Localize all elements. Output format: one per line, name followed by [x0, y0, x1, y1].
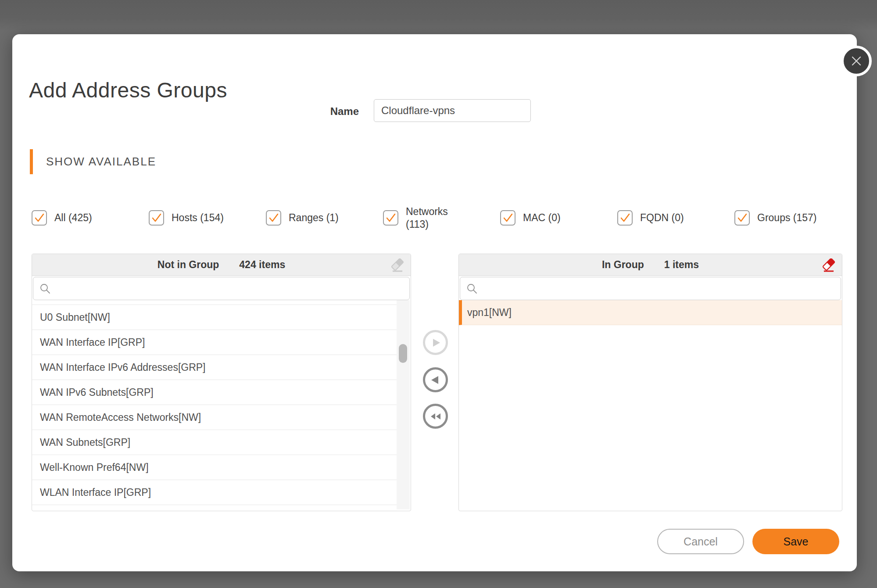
left-list-scrollbar[interactable] [397, 300, 410, 509]
filter-fqdn-checkbox[interactable] [617, 210, 633, 226]
filter-label: All (425) [54, 212, 92, 224]
list-item[interactable]: Well-Known Pref64[NW] [32, 455, 397, 480]
list-item[interactable]: WLAN Interface IP[GRP] [32, 480, 397, 505]
in-group-panel: In Group 1 items [458, 254, 842, 511]
scrollbar-thumb[interactable] [399, 344, 407, 363]
list-item-selected[interactable]: vpn1[NW] [459, 300, 842, 325]
filter-hosts: Hosts (154) [149, 210, 266, 226]
filter-fqdn: FQDN (0) [617, 210, 734, 226]
show-available-label: SHOW AVAILABLE [46, 155, 156, 169]
filter-label: Groups (157) [757, 212, 817, 224]
right-search-box [460, 277, 841, 300]
panel-title: Not in Group [158, 259, 219, 271]
search-icon [39, 283, 51, 294]
move-right-button[interactable] [423, 330, 448, 355]
partial-row [32, 300, 397, 305]
in-group-header: In Group 1 items [459, 254, 842, 276]
filter-all-checkbox[interactable] [32, 210, 47, 226]
double-arrow-left-icon [429, 410, 442, 423]
filter-mac: MAC (0) [500, 210, 617, 226]
filter-label: Hosts (154) [172, 212, 224, 224]
list-item[interactable]: WAN Interface IP[GRP] [32, 330, 397, 355]
panel-title: In Group [602, 259, 644, 271]
search-icon [466, 283, 478, 294]
left-search-input[interactable] [55, 283, 403, 294]
filter-label: Ranges (1) [289, 212, 339, 224]
filter-label: MAC (0) [523, 212, 561, 224]
filter-mac-checkbox[interactable] [500, 210, 515, 226]
panel-count: 424 items [239, 259, 285, 271]
left-search-area [32, 276, 411, 300]
right-search-input[interactable] [482, 283, 834, 294]
filter-groups-checkbox[interactable] [734, 210, 750, 226]
filter-ranges: Ranges (1) [266, 210, 383, 226]
arrow-left-icon [429, 373, 442, 387]
add-address-groups-dialog: Add Address Groups Name SHOW AVAILABLE A… [12, 34, 857, 571]
filter-label: FQDN (0) [640, 212, 684, 224]
list-item[interactable]: U0 Subnet[NW] [32, 305, 397, 330]
close-button[interactable] [841, 46, 872, 76]
not-in-group-list: U0 Subnet[NW] WAN Interface IP[GRP] WAN … [32, 300, 411, 510]
list-item[interactable]: WAN IPv6 Subnets[GRP] [32, 380, 397, 405]
filter-networks: Networks (113) [383, 205, 500, 231]
arrow-right-icon [429, 336, 442, 349]
list-item[interactable]: WAN Subnets[GRP] [32, 430, 397, 455]
eraser-icon [391, 258, 404, 272]
name-label: Name [293, 105, 359, 118]
dialog-title: Add Address Groups [29, 78, 227, 102]
cancel-button[interactable]: Cancel [657, 529, 744, 554]
filter-row: All (425) Hosts (154) Ranges (1) Network… [32, 205, 856, 231]
clear-left-button[interactable] [390, 258, 404, 273]
filter-label: Networks (113) [406, 205, 458, 231]
filter-networks-checkbox[interactable] [383, 210, 398, 226]
move-all-left-button[interactable] [423, 404, 448, 429]
filter-all: All (425) [32, 210, 149, 226]
in-group-list: vpn1[NW] [459, 300, 842, 510]
panel-count: 1 items [664, 259, 699, 271]
show-available-section: SHOW AVAILABLE [30, 149, 156, 174]
list-item[interactable]: WAN RemoteAccess Networks[NW] [32, 405, 397, 430]
filter-ranges-checkbox[interactable] [266, 210, 281, 226]
close-icon [850, 54, 863, 68]
not-in-group-panel: Not in Group 424 items [32, 254, 411, 511]
right-search-area [459, 276, 842, 300]
clear-right-button[interactable] [822, 258, 836, 273]
move-left-button[interactable] [423, 367, 448, 392]
filter-hosts-checkbox[interactable] [149, 210, 164, 226]
save-button[interactable]: Save [752, 529, 839, 554]
eraser-icon-red [822, 258, 835, 272]
left-search-box [33, 277, 410, 300]
list-item[interactable]: WAN Interface IPv6 Addresses[GRP] [32, 355, 397, 380]
accent-bar [30, 149, 33, 174]
not-in-group-header: Not in Group 424 items [32, 254, 411, 276]
name-input[interactable] [374, 99, 531, 122]
filter-groups: Groups (157) [734, 210, 852, 226]
